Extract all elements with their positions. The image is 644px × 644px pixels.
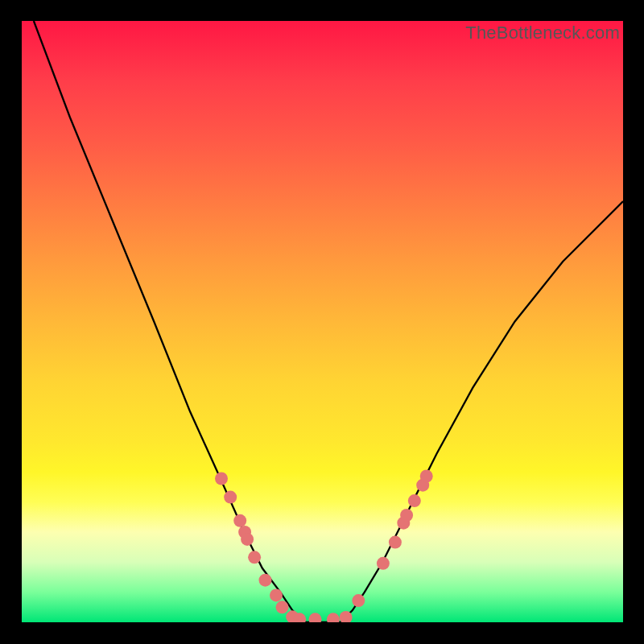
watermark-text: TheBottleneck.com: [465, 23, 620, 43]
chart-plot-area: [22, 21, 623, 622]
